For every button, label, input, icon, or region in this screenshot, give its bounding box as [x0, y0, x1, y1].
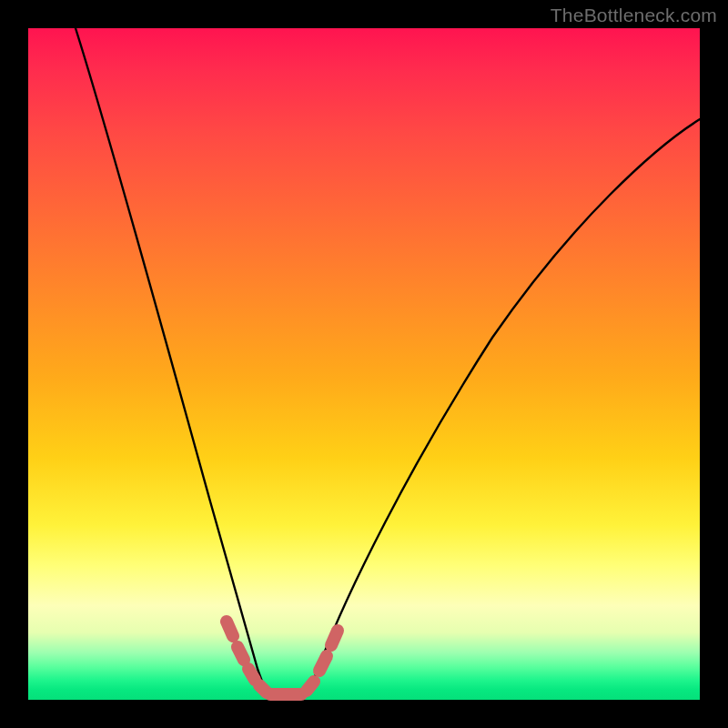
watermark-text: TheBottleneck.com — [551, 5, 717, 26]
chart-frame: TheBottleneck.com — [0, 0, 728, 728]
chart-svg — [28, 28, 700, 700]
bottleneck-curve — [76, 28, 700, 694]
marker-band-right — [307, 631, 338, 691]
